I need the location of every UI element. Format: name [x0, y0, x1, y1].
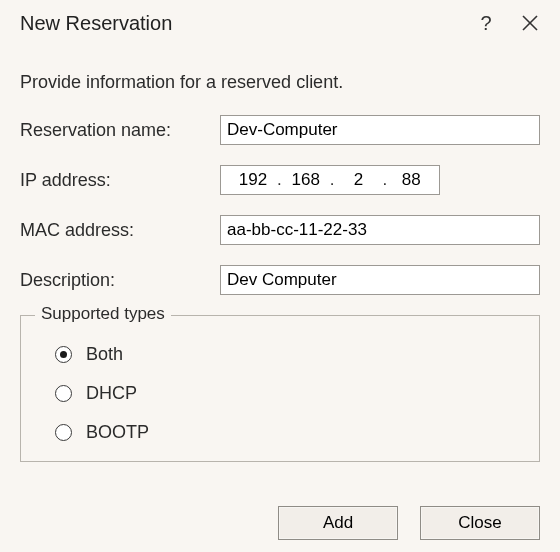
window-title: New Reservation — [20, 12, 464, 35]
dialog-button-row: Add Close — [256, 506, 540, 540]
ip-dot: . — [380, 170, 389, 190]
radio-icon — [55, 424, 72, 441]
mac-address-label: MAC address: — [20, 220, 220, 241]
supported-types-legend: Supported types — [35, 304, 171, 324]
description-label: Description: — [20, 270, 220, 291]
reservation-name-input[interactable] — [220, 115, 540, 145]
titlebar: New Reservation ? — [0, 0, 560, 46]
ip-address-label: IP address: — [20, 170, 220, 191]
reservation-name-label: Reservation name: — [20, 120, 220, 141]
description-input[interactable] — [220, 265, 540, 295]
row-ip-address: IP address: . . . — [20, 165, 540, 195]
ip-dot: . — [328, 170, 337, 190]
ip-octet-2[interactable] — [284, 169, 328, 191]
intro-text: Provide information for a reserved clien… — [20, 72, 540, 93]
close-window-button[interactable] — [508, 1, 552, 45]
radio-icon — [55, 346, 72, 363]
window: New Reservation ? Provide information fo… — [0, 0, 560, 552]
ip-octet-3[interactable] — [336, 169, 380, 191]
row-description: Description: — [20, 265, 540, 295]
row-mac-address: MAC address: — [20, 215, 540, 245]
radio-both[interactable]: Both — [55, 344, 521, 365]
question-icon: ? — [480, 12, 491, 35]
radio-dhcp-label: DHCP — [86, 383, 137, 404]
radio-both-label: Both — [86, 344, 123, 365]
row-reservation-name: Reservation name: — [20, 115, 540, 145]
ip-octet-4[interactable] — [389, 169, 433, 191]
close-icon — [522, 15, 538, 31]
radio-bootp[interactable]: BOOTP — [55, 422, 521, 443]
supported-types-group: Supported types Both DHCP BOOTP — [20, 315, 540, 462]
ip-dot: . — [275, 170, 284, 190]
add-button[interactable]: Add — [278, 506, 398, 540]
mac-address-input[interactable] — [220, 215, 540, 245]
ip-octet-1[interactable] — [231, 169, 275, 191]
dialog-content: Provide information for a reserved clien… — [0, 46, 560, 462]
radio-icon — [55, 385, 72, 402]
radio-bootp-label: BOOTP — [86, 422, 149, 443]
ip-address-input-group: . . . — [220, 165, 440, 195]
close-button[interactable]: Close — [420, 506, 540, 540]
help-button[interactable]: ? — [464, 1, 508, 45]
radio-dhcp[interactable]: DHCP — [55, 383, 521, 404]
